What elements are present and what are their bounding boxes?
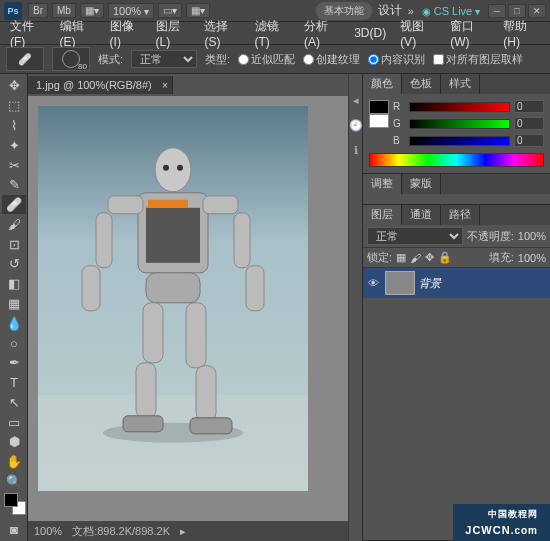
- swatches-tab[interactable]: 色板: [402, 74, 441, 94]
- svg-rect-11: [82, 265, 100, 310]
- foreground-color[interactable]: [4, 493, 18, 507]
- svg-rect-14: [143, 302, 163, 362]
- styles-tab[interactable]: 样式: [441, 74, 480, 94]
- 3d-tool[interactable]: ⬢: [2, 432, 26, 452]
- menu-3d[interactable]: 3D(D): [348, 24, 392, 42]
- layer-thumbnail[interactable]: [385, 271, 415, 295]
- lock-move-icon[interactable]: ✥: [425, 251, 434, 264]
- r-slider[interactable]: [409, 102, 510, 112]
- svg-point-1: [155, 147, 191, 191]
- brush-tool[interactable]: 🖌: [2, 214, 26, 234]
- channels-tab[interactable]: 通道: [402, 205, 441, 225]
- toolbox: ✥ ⬚ ⌇ ✦ ✂ ✎ 🩹 🖌 ⊡ ↺ ◧ ▦ 💧 ○ ✒ T ↖ ▭ ⬢ ✋ …: [0, 74, 28, 541]
- bg-preview[interactable]: [369, 114, 389, 128]
- history-brush-tool[interactable]: ↺: [2, 254, 26, 274]
- blend-mode-select[interactable]: 正常: [131, 50, 197, 68]
- status-zoom: 100%: [34, 525, 62, 537]
- fill-value[interactable]: 100%: [518, 252, 546, 264]
- menu-layer[interactable]: 图层(L): [150, 16, 197, 51]
- marquee-tool[interactable]: ⬚: [2, 96, 26, 116]
- r-input[interactable]: [514, 100, 544, 113]
- menu-edit[interactable]: 编辑(E): [54, 16, 102, 51]
- g-slider[interactable]: [409, 119, 510, 129]
- menu-window[interactable]: 窗口(W): [444, 16, 495, 51]
- blur-tool[interactable]: 💧: [2, 313, 26, 333]
- eyedropper-tool[interactable]: ✎: [2, 175, 26, 195]
- lock-all-icon[interactable]: 🔒: [438, 251, 452, 264]
- lock-pixels-icon[interactable]: 🖌: [410, 252, 421, 264]
- color-tab[interactable]: 颜色: [363, 74, 402, 94]
- sample-all-checkbox[interactable]: 对所有图层取样: [433, 52, 523, 67]
- g-label: G: [393, 118, 405, 129]
- pen-tool[interactable]: ✒: [2, 353, 26, 373]
- move-tool[interactable]: ✥: [2, 76, 26, 96]
- color-swatches[interactable]: [2, 493, 25, 519]
- radio-proximity[interactable]: 近似匹配: [238, 52, 295, 67]
- document-tab[interactable]: 1.jpg @ 100%(RGB/8#) ×: [28, 76, 173, 94]
- status-arrow-icon[interactable]: ▸: [180, 525, 186, 538]
- eraser-tool[interactable]: ◧: [2, 274, 26, 294]
- color-spectrum[interactable]: [369, 153, 544, 167]
- radio-content-aware[interactable]: 内容识别: [368, 52, 425, 67]
- svg-rect-12: [246, 265, 264, 310]
- dodge-tool[interactable]: ○: [2, 333, 26, 353]
- mode-label: 模式:: [98, 52, 123, 67]
- svg-rect-18: [123, 415, 163, 431]
- r-label: R: [393, 101, 405, 112]
- svg-rect-5: [146, 207, 200, 262]
- menu-file[interactable]: 文件(F): [4, 16, 52, 51]
- status-docsize: 文档:898.2K/898.2K: [72, 524, 170, 539]
- menu-filter[interactable]: 滤镜(T): [249, 16, 297, 51]
- masks-tab[interactable]: 蒙版: [402, 174, 441, 194]
- quickmask-tool[interactable]: ◙: [2, 519, 26, 539]
- b-slider[interactable]: [409, 136, 510, 146]
- menu-image[interactable]: 图像(I): [104, 16, 148, 51]
- menu-help[interactable]: 帮助(H): [497, 16, 546, 51]
- tool-icon-preview[interactable]: 🩹: [6, 47, 44, 71]
- stamp-tool[interactable]: ⊡: [2, 234, 26, 254]
- type-label: 类型:: [205, 52, 230, 67]
- crop-tool[interactable]: ✂: [2, 155, 26, 175]
- layer-name[interactable]: 背景: [419, 276, 441, 291]
- hand-tool[interactable]: ✋: [2, 452, 26, 472]
- svg-point-3: [177, 164, 183, 170]
- b-input[interactable]: [514, 134, 544, 147]
- lock-trans-icon[interactable]: ▦: [396, 251, 406, 264]
- path-tool[interactable]: ↖: [2, 393, 26, 413]
- tab-close-icon[interactable]: ×: [162, 80, 168, 91]
- brush-preset[interactable]: 80: [52, 47, 90, 71]
- g-input[interactable]: [514, 117, 544, 130]
- visibility-icon[interactable]: 👁: [365, 275, 381, 291]
- fg-preview[interactable]: [369, 100, 389, 114]
- info-icon[interactable]: ℹ: [354, 144, 358, 157]
- layers-tab[interactable]: 图层: [363, 205, 402, 225]
- svg-rect-15: [186, 302, 206, 367]
- menu-select[interactable]: 选择(S): [198, 16, 246, 51]
- svg-rect-8: [203, 195, 238, 213]
- lock-label: 锁定:: [367, 250, 392, 265]
- wand-tool[interactable]: ✦: [2, 135, 26, 155]
- menu-analysis[interactable]: 分析(A): [298, 16, 346, 51]
- lasso-tool[interactable]: ⌇: [2, 116, 26, 136]
- menu-view[interactable]: 视图(V): [394, 16, 442, 51]
- layer-blend-select[interactable]: 正常: [367, 227, 463, 245]
- history-icon[interactable]: 🕘: [349, 119, 363, 132]
- svg-rect-10: [234, 212, 250, 267]
- svg-rect-17: [196, 365, 216, 420]
- paths-tab[interactable]: 路径: [441, 205, 480, 225]
- canvas[interactable]: [38, 106, 308, 491]
- layer-row[interactable]: 👁 背景: [363, 268, 550, 298]
- type-tool[interactable]: T: [2, 373, 26, 393]
- shape-tool[interactable]: ▭: [2, 412, 26, 432]
- svg-rect-6: [148, 199, 188, 207]
- healing-tool[interactable]: 🩹: [2, 195, 26, 215]
- adjustments-tab[interactable]: 调整: [363, 174, 402, 194]
- radio-texture[interactable]: 创建纹理: [303, 52, 360, 67]
- gradient-tool[interactable]: ▦: [2, 294, 26, 314]
- svg-rect-16: [136, 362, 156, 417]
- svg-point-2: [163, 164, 169, 170]
- collapse-icon[interactable]: ◂: [353, 94, 359, 107]
- opacity-value[interactable]: 100%: [518, 230, 546, 242]
- zoom-tool[interactable]: 🔍: [2, 472, 26, 492]
- opacity-label: 不透明度:: [467, 229, 514, 244]
